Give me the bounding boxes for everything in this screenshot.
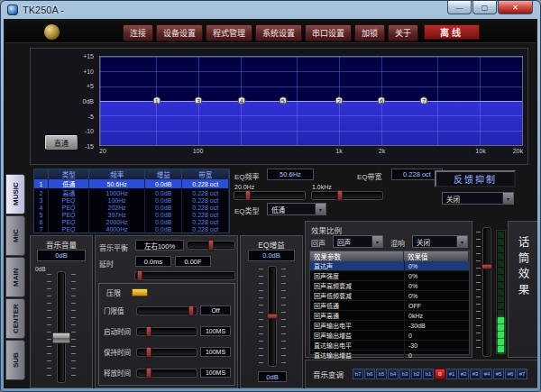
eq-band-marker[interactable]: 7 xyxy=(419,96,427,105)
menu-button[interactable]: 连接 xyxy=(123,24,153,41)
slider-thumb[interactable] xyxy=(188,305,194,316)
eq-band-marker[interactable]: 3 xyxy=(195,96,203,105)
reverb-dropdown[interactable]: 关闭 ▾ xyxy=(412,235,468,248)
pitch-button-#4[interactable]: #4 xyxy=(481,369,492,379)
eq-band-marker[interactable]: 1 xyxy=(152,96,160,105)
tab-mic[interactable]: MIC xyxy=(5,215,25,256)
pitch-button-b3[interactable]: b3 xyxy=(399,369,410,379)
slider-thumb[interactable] xyxy=(145,346,151,358)
meter-segment xyxy=(498,289,504,296)
minimize-button[interactable]: — xyxy=(447,1,472,14)
tab-main[interactable]: MAIN xyxy=(5,257,25,297)
eq-gain-field[interactable]: 0.0dB xyxy=(248,250,295,261)
slider-thumb[interactable] xyxy=(52,333,71,344)
meter-segment xyxy=(498,303,504,309)
close-button[interactable]: ✕ xyxy=(498,1,533,14)
compressor-slider[interactable] xyxy=(137,328,197,335)
pitch-button-#5[interactable]: #5 xyxy=(493,369,504,379)
delay-ms-field[interactable]: 0.0ms xyxy=(135,256,171,267)
eq-band-marker[interactable]: 5 xyxy=(279,96,287,105)
compressor-toggle-button[interactable] xyxy=(132,288,148,296)
music-volume-fader[interactable] xyxy=(58,272,65,382)
compressor-slider[interactable] xyxy=(137,349,197,356)
slider-thumb[interactable] xyxy=(244,190,251,202)
offline-status-button[interactable]: 离线 xyxy=(424,24,480,40)
pitch-button-#2[interactable]: #2 xyxy=(458,369,469,379)
delay-ft-field[interactable]: 0.00F xyxy=(175,256,211,267)
menu-button[interactable]: 串口设置 xyxy=(305,24,352,41)
menu-button[interactable]: 设备设置 xyxy=(156,24,203,41)
music-volume-field[interactable]: 0dB xyxy=(37,250,86,261)
effect-row[interactable]: 回声输出电平-30dB xyxy=(310,321,469,331)
eq-freq-coarse-slider[interactable] xyxy=(234,192,305,199)
balance-field[interactable]: 左右100% xyxy=(135,240,184,251)
pitch-button-b6[interactable]: b6 xyxy=(364,369,375,379)
eq-plot[interactable]: 1345267 xyxy=(99,56,523,146)
eq-band-marker[interactable]: 4 xyxy=(237,96,245,105)
maximize-button[interactable]: ▢ xyxy=(472,1,497,14)
effect-row[interactable]: 回声高频衰减0% xyxy=(310,281,469,291)
effect-row[interactable]: 回声低通OFF xyxy=(310,301,469,311)
eq-type-dropdown[interactable]: 低通 ▾ xyxy=(267,203,326,215)
pitch-button-b5[interactable]: b5 xyxy=(376,369,387,379)
delay-slider[interactable] xyxy=(135,272,234,279)
x-axis-label: 100 xyxy=(193,148,204,154)
pitch-button-#1[interactable]: #1 xyxy=(446,369,457,379)
menu-button[interactable]: 关于 xyxy=(388,24,418,41)
grid-line-h xyxy=(100,87,522,87)
tab-music[interactable]: MUSIC xyxy=(5,174,25,214)
feedback-state-dropdown[interactable]: 关闭 ▾ xyxy=(442,192,514,205)
menu-button[interactable]: 系统设置 xyxy=(255,24,302,41)
eq-cell-num: 1 xyxy=(34,179,49,188)
eq-freq-fine-slider[interactable] xyxy=(312,192,382,199)
eq-table-row[interactable]: 3PEQ100Hz0.0dB0.228 oct xyxy=(34,197,229,205)
echo-value: 回声 xyxy=(337,237,351,247)
menu-button[interactable]: 程式管理 xyxy=(206,24,252,41)
effect-row[interactable]: 回声强度0% xyxy=(310,271,469,281)
eq-table-row[interactable]: 2高通1000Hz0.0dB0.228 oct xyxy=(34,188,229,197)
pitch-button-b1[interactable]: b1 xyxy=(423,369,434,379)
menu-button[interactable]: 加锁 xyxy=(354,24,385,41)
feedback-suppression-button[interactable]: 反馈抑制 xyxy=(435,170,516,187)
pitch-button-0[interactable]: 0 xyxy=(435,369,445,379)
tab-center[interactable]: CENTER xyxy=(5,298,25,339)
eq-table-row[interactable]: 4PEQ202Hz0.0dB0.228 oct xyxy=(34,205,229,212)
slider-thumb[interactable] xyxy=(337,190,344,202)
eq-table-row[interactable]: 5PEQ397Hz0.0dB0.228 oct xyxy=(34,212,229,219)
window-title: TK250A - xyxy=(23,5,64,15)
balance-slider[interactable] xyxy=(188,242,234,249)
effect-row[interactable]: 回声高通0kHz xyxy=(310,311,469,321)
slider-thumb[interactable] xyxy=(137,270,143,282)
pitch-button-b7[interactable]: b7 xyxy=(353,369,363,379)
echo-dropdown[interactable]: 回声 ▾ xyxy=(333,235,383,248)
effect-row[interactable]: 回声低频衰减0% xyxy=(310,291,469,301)
effect-row[interactable]: 回声输出增益0 xyxy=(310,331,469,341)
eq-table-row[interactable]: 7PEQ4000Hz0.0dB0.228 oct xyxy=(34,225,229,232)
grid-line-h xyxy=(100,131,522,132)
effect-row[interactable]: 直达输出电平-30 xyxy=(310,341,469,351)
y-axis-label: +5 xyxy=(64,83,94,89)
compressor-slider[interactable] xyxy=(137,369,197,377)
mic-effect-level-fader[interactable] xyxy=(483,228,491,356)
eq-table-row[interactable]: 6PEQ2000Hz0.0dB0.228 oct xyxy=(34,218,229,225)
slider-thumb[interactable] xyxy=(208,240,215,251)
compressor-slider[interactable] xyxy=(137,307,197,315)
slider-thumb[interactable] xyxy=(145,325,151,337)
eq-band-marker[interactable]: 6 xyxy=(378,96,386,105)
eq-table-row[interactable]: 1低通50.6Hz0.0dB0.228 oct xyxy=(34,179,229,188)
pitch-button-#6[interactable]: #6 xyxy=(505,369,516,379)
slider-thumb[interactable] xyxy=(267,314,279,320)
pitch-button-b4[interactable]: b4 xyxy=(388,369,399,379)
pitch-button-#7[interactable]: #7 xyxy=(517,369,527,379)
pitch-button-b2[interactable]: b2 xyxy=(411,369,422,379)
slider-thumb[interactable] xyxy=(145,367,151,378)
tab-sub[interactable]: SUB xyxy=(5,340,25,380)
effect-row[interactable]: 直达声0% xyxy=(310,261,469,271)
effect-param: 回声高通 xyxy=(310,311,404,320)
eq-freq-field[interactable]: 50.6Hz xyxy=(267,169,314,180)
eq-gain-fader[interactable] xyxy=(269,267,276,366)
eq-band-marker[interactable]: 2 xyxy=(335,96,343,105)
slider-thumb[interactable] xyxy=(481,264,493,270)
pitch-button-#3[interactable]: #3 xyxy=(470,369,481,379)
titlebar[interactable]: TK250A - — ▢ ✕ xyxy=(1,1,540,19)
